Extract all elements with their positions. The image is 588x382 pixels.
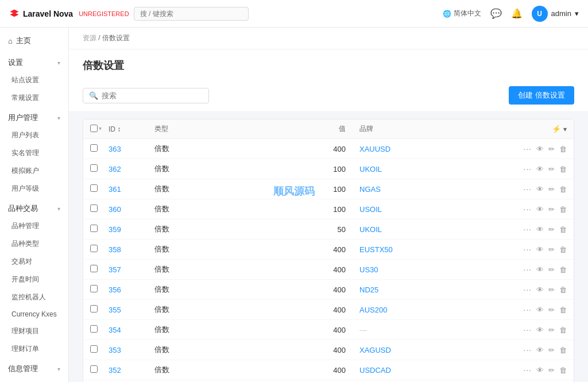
row-brand-link[interactable]: USDCAD — [359, 366, 391, 375]
search-box[interactable]: 🔍 — [83, 88, 209, 103]
edit-icon[interactable]: ✏ — [548, 145, 555, 153]
row-checkbox[interactable] — [90, 204, 109, 214]
sidebar-item-currency-kxes[interactable]: Currency Kxes — [0, 306, 68, 322]
more-actions-icon[interactable]: ··· — [523, 265, 532, 274]
row-brand-link[interactable]: UKOIL — [359, 165, 382, 173]
sidebar-item-trading-pair[interactable]: 交易对 — [0, 253, 68, 271]
view-icon[interactable]: 👁 — [536, 306, 544, 314]
delete-icon[interactable]: 🗑 — [559, 326, 567, 334]
sidebar-group-variety-header[interactable]: 品种交易 ▾ — [0, 198, 68, 217]
view-icon[interactable]: 👁 — [536, 165, 544, 173]
user-menu[interactable]: U admin ▾ — [532, 6, 579, 22]
row-id-link[interactable]: 352 — [109, 366, 121, 375]
select-all-checkbox[interactable] — [90, 125, 102, 132]
delete-icon[interactable]: 🗑 — [559, 346, 567, 354]
row-checkbox[interactable] — [90, 164, 109, 173]
row-select-input[interactable] — [90, 345, 98, 353]
sidebar-group-info-header[interactable]: 信息管理 ▾ — [0, 358, 68, 377]
row-brand-link[interactable]: XAUUSD — [359, 145, 390, 153]
sidebar-item-robot[interactable]: 监控机器人 — [0, 288, 68, 306]
edit-icon[interactable]: ✏ — [548, 165, 555, 173]
more-actions-icon[interactable]: ··· — [523, 144, 532, 153]
delete-icon[interactable]: 🗑 — [559, 225, 567, 234]
more-actions-icon[interactable]: ··· — [523, 285, 532, 294]
row-brand-link[interactable]: EUSTX50 — [359, 245, 393, 254]
view-icon[interactable]: 👁 — [536, 225, 544, 234]
row-brand-link[interactable]: USOIL — [359, 205, 382, 214]
global-search-input[interactable] — [134, 7, 249, 21]
row-id-link[interactable]: 357 — [109, 265, 121, 274]
sidebar-item-opening-time[interactable]: 开盘时间 — [0, 271, 68, 288]
bell-icon[interactable]: 🔔 — [511, 8, 523, 19]
chat-icon[interactable]: 💬 — [490, 8, 502, 19]
edit-icon[interactable]: ✏ — [548, 205, 555, 214]
row-checkbox[interactable] — [90, 144, 109, 153]
edit-icon[interactable]: ✏ — [548, 285, 555, 294]
sidebar-group-settings-header[interactable]: 设置 ▾ — [0, 52, 68, 71]
row-id-link[interactable]: 361 — [109, 185, 121, 194]
row-id-link[interactable]: 360 — [109, 205, 121, 214]
more-actions-icon[interactable]: ··· — [523, 204, 532, 214]
row-checkbox[interactable] — [90, 285, 109, 294]
row-checkbox[interactable] — [90, 225, 109, 234]
delete-icon[interactable]: 🗑 — [559, 245, 567, 254]
row-id-link[interactable]: 358 — [109, 245, 121, 254]
sidebar-item-demo-account[interactable]: 模拟账户 — [0, 162, 68, 180]
breadcrumb-parent[interactable]: 资源 — [83, 34, 96, 42]
sidebar-item-user-list[interactable]: 用户列表 — [0, 126, 68, 144]
row-checkbox[interactable] — [90, 245, 109, 254]
row-checkbox[interactable] — [90, 325, 109, 334]
th-id[interactable]: ID ↕ — [109, 125, 154, 133]
view-icon[interactable]: 👁 — [536, 285, 544, 294]
more-actions-icon[interactable]: ··· — [523, 365, 532, 375]
global-search[interactable] — [134, 7, 249, 21]
search-input[interactable] — [102, 91, 203, 100]
row-checkbox[interactable] — [90, 184, 109, 194]
view-icon[interactable]: 👁 — [536, 145, 544, 153]
delete-icon[interactable]: 🗑 — [559, 285, 567, 294]
sidebar-item-general-settings[interactable]: 常规设置 — [0, 89, 68, 107]
edit-icon[interactable]: ✏ — [548, 225, 555, 234]
more-actions-icon[interactable]: ··· — [523, 164, 532, 173]
row-select-input[interactable] — [90, 285, 98, 292]
edit-icon[interactable]: ✏ — [548, 185, 555, 194]
row-brand-link[interactable]: AUS200 — [359, 306, 387, 314]
sidebar-item-variety-type[interactable]: 品种类型 — [0, 235, 68, 253]
sidebar-item-finance-items[interactable]: 理财项目 — [0, 322, 68, 340]
row-select-input[interactable] — [90, 265, 98, 272]
view-icon[interactable]: 👁 — [536, 346, 544, 354]
view-icon[interactable]: 👁 — [536, 366, 544, 375]
select-all-input[interactable] — [90, 125, 98, 132]
sidebar-item-variety-manage[interactable]: 品种管理 — [0, 217, 68, 235]
row-select-input[interactable] — [90, 144, 98, 152]
sidebar-group-users-header[interactable]: 用户管理 ▾ — [0, 107, 68, 126]
create-button[interactable]: 创建 倍数设置 — [509, 86, 574, 105]
delete-icon[interactable]: 🗑 — [559, 306, 567, 314]
view-icon[interactable]: 👁 — [536, 265, 544, 274]
row-select-input[interactable] — [90, 204, 98, 212]
more-actions-icon[interactable]: ··· — [523, 325, 532, 334]
row-id-link[interactable]: 353 — [109, 346, 121, 354]
language-selector[interactable]: 🌐 简体中文 — [443, 9, 481, 18]
view-icon[interactable]: 👁 — [536, 245, 544, 254]
row-brand-link[interactable]: US30 — [359, 265, 378, 274]
row-id-link[interactable]: 355 — [109, 306, 121, 314]
row-select-input[interactable] — [90, 325, 98, 333]
row-brand-link[interactable]: UKOIL — [359, 225, 382, 234]
more-actions-icon[interactable]: ··· — [523, 305, 532, 314]
row-id-link[interactable]: 356 — [109, 285, 121, 294]
view-icon[interactable]: 👁 — [536, 326, 544, 334]
edit-icon[interactable]: ✏ — [548, 326, 555, 334]
sidebar-item-real-name[interactable]: 实名管理 — [0, 144, 68, 162]
row-id-link[interactable]: 354 — [109, 326, 121, 334]
row-select-input[interactable] — [90, 164, 98, 172]
more-actions-icon[interactable]: ··· — [523, 245, 532, 254]
view-icon[interactable]: 👁 — [536, 205, 544, 214]
edit-icon[interactable]: ✏ — [548, 346, 555, 354]
row-checkbox[interactable] — [90, 305, 109, 314]
row-id-link[interactable]: 362 — [109, 165, 121, 173]
delete-icon[interactable]: 🗑 — [559, 366, 567, 375]
row-select-input[interactable] — [90, 184, 98, 192]
row-select-input[interactable] — [90, 365, 98, 373]
sidebar-item-finance-orders[interactable]: 理财订单 — [0, 340, 68, 358]
